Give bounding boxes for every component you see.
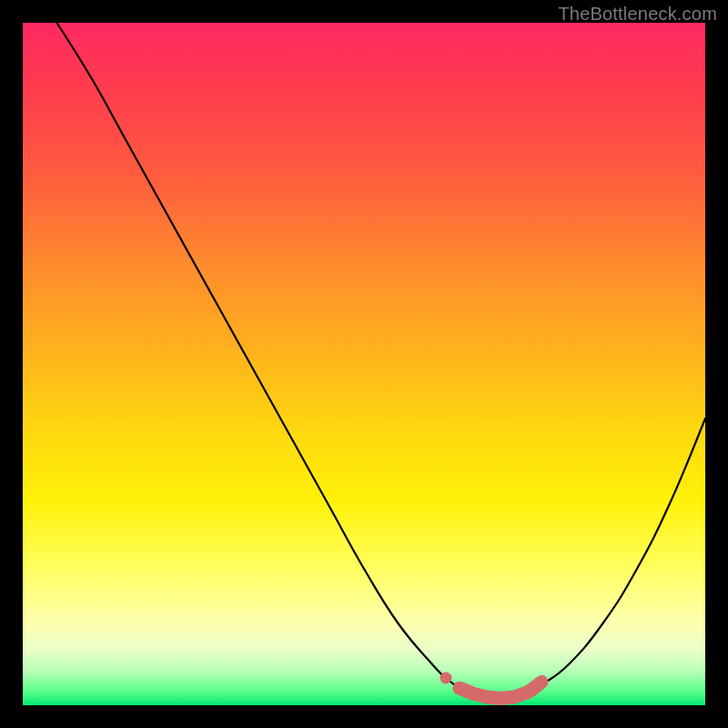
curve-line: [57, 23, 706, 699]
chart-stage: TheBottleneck.com: [0, 0, 728, 728]
marker-layer: [440, 672, 542, 699]
curve-marker: [440, 672, 452, 684]
chart-svg: [23, 23, 705, 705]
curve-marker-band: [460, 682, 541, 699]
watermark-text: TheBottleneck.com: [558, 4, 717, 25]
plot-area: [23, 23, 705, 705]
